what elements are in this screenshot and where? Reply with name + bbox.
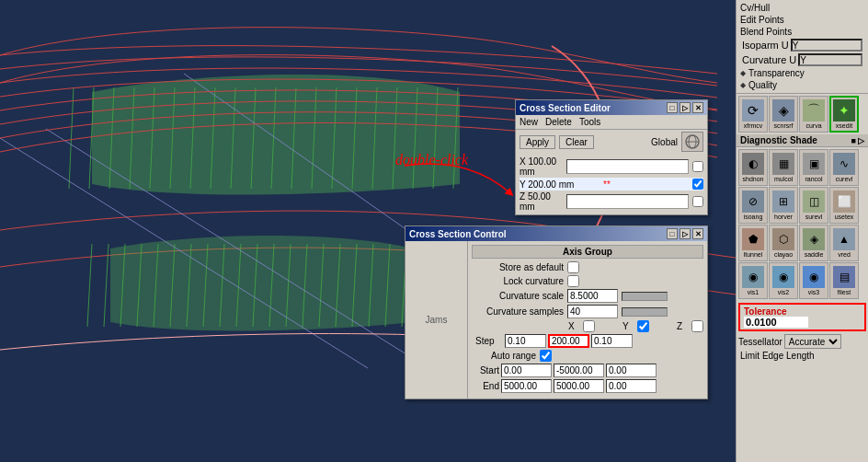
clayao-icon-cell[interactable]: ⬡ clayao xyxy=(769,225,798,261)
csc-store-check[interactable] xyxy=(567,261,579,273)
csc-x-header-check[interactable] xyxy=(583,320,595,332)
csc-start-y-input[interactable] xyxy=(554,364,604,377)
isoang-label: isoang xyxy=(744,214,763,220)
csc-autorange-check[interactable] xyxy=(540,350,552,362)
csc-start-z-input[interactable] xyxy=(606,364,657,377)
csc-start-x-input[interactable] xyxy=(501,364,552,377)
cse-y-check[interactable] xyxy=(692,179,703,190)
transparency-item[interactable]: ◆ Transparency xyxy=(740,67,864,79)
quality-item[interactable]: ◆ Quality xyxy=(740,79,864,91)
isoparm-u-row: Isoparm U xyxy=(740,38,864,52)
vis1-icon-cell[interactable]: ◉ vis1 xyxy=(738,262,768,299)
blend-points-label: Blend Points xyxy=(740,27,792,37)
shdnon-icon-cell[interactable]: ◐ shdnon xyxy=(738,149,768,186)
cse-menu-new[interactable]: New xyxy=(520,117,538,127)
csc-curv-scale-slider[interactable] xyxy=(622,292,668,301)
rancol-icon-cell[interactable]: ▣ rancol xyxy=(799,149,828,186)
tessellator-select[interactable]: Accurate xyxy=(784,334,841,349)
csc-btn-close[interactable]: ✕ xyxy=(692,228,703,239)
csc-body: Jams Axis Group Store as default Lock cu… xyxy=(405,241,707,398)
csc-lock-check[interactable] xyxy=(567,275,579,287)
csc-end-z-input[interactable] xyxy=(606,379,657,393)
blend-points-btn[interactable]: Blend Points xyxy=(740,26,864,38)
csc-start-row: Start xyxy=(472,364,703,377)
cv-hull-label: Cv/Hull xyxy=(740,3,770,13)
xfrmcv-icon-cell[interactable]: ⟳ xfrmcv xyxy=(738,96,768,133)
isoang-icon-cell[interactable]: ⊘ isoang xyxy=(738,187,768,224)
csc-step-x-input[interactable] xyxy=(505,334,546,348)
rancol-icon: ▣ xyxy=(803,153,825,175)
cse-y-row: Y 200.00 mm ** xyxy=(520,178,703,191)
usetex-icon: ⬜ xyxy=(833,191,855,213)
scnrsrf-label: scnrsrf xyxy=(774,122,794,129)
csc-btn-restore[interactable]: ▷ xyxy=(680,228,691,239)
vis2-icon-cell[interactable]: ◉ vis2 xyxy=(769,262,798,299)
shdnon-icon: ◐ xyxy=(742,153,764,175)
quality-diamond: ◆ xyxy=(740,81,746,89)
csc-step-z-input[interactable] xyxy=(591,334,633,348)
vis2-icon: ◉ xyxy=(772,266,794,288)
top-icon-grid: ⟳ xfrmcv ◈ scnrsrf ⌒ curva ✦ xsedit xyxy=(737,94,868,134)
transparency-label: Transparency xyxy=(748,68,805,78)
csc-title: Cross Section Control xyxy=(409,229,507,239)
horver-icon: ⊞ xyxy=(772,191,794,213)
mulcol-icon-cell[interactable]: ▦ mulcol xyxy=(769,149,798,186)
cv-hull-btn[interactable]: Cv/Hull xyxy=(740,2,864,14)
scnrsrf-icon-cell[interactable]: ◈ scnrsrf xyxy=(769,96,798,133)
bottom-icon-grid: ◐ shdnon ▦ mulcol ▣ rancol ∿ curevl ⊘ is… xyxy=(737,147,868,301)
cse-btn-close[interactable]: ✕ xyxy=(692,102,703,113)
xsedit-icon-cell[interactable]: ✦ xsedit xyxy=(829,96,859,133)
csc-end-y-input[interactable] xyxy=(554,379,604,393)
cse-z-input[interactable] xyxy=(566,194,689,209)
cse-menu-delete[interactable]: Delete xyxy=(545,117,572,127)
tolerance-box: Tolerance xyxy=(738,303,866,331)
cse-btn-minimize[interactable]: □ xyxy=(667,102,678,113)
csc-z-header-check[interactable] xyxy=(691,320,703,332)
csc-btn-minimize[interactable]: □ xyxy=(667,228,678,239)
cse-y-asterisk: ** xyxy=(603,179,611,190)
saddle-icon-cell[interactable]: ◈ saddle xyxy=(799,225,828,261)
ltunnel-label: ltunnel xyxy=(744,251,763,258)
isoparm-u-input[interactable] xyxy=(791,39,862,52)
csc-end-x-input[interactable] xyxy=(501,379,552,393)
csc-step-y-input[interactable] xyxy=(548,334,589,348)
ltunnel-icon-cell[interactable]: ⬟ ltunnel xyxy=(738,225,768,261)
cse-x-row: X 100.00 mm xyxy=(520,156,703,178)
cse-btn-restore[interactable]: ▷ xyxy=(680,102,691,113)
tessellator-row: Tessellator Accurate xyxy=(737,333,868,350)
curvature-u-input[interactable] xyxy=(798,53,862,66)
xsedit-icon: ✦ xyxy=(833,99,855,121)
surevl-icon-cell[interactable]: ◫ surevl xyxy=(799,187,828,224)
csc-curv-samples-slider[interactable] xyxy=(622,307,668,317)
usetex-icon-cell[interactable]: ⬜ usetex xyxy=(829,187,859,224)
ds-icon2[interactable]: ▷ xyxy=(858,136,864,145)
cse-z-check[interactable] xyxy=(692,196,703,207)
ds-icon1[interactable]: ■ xyxy=(851,136,856,145)
cse-apply-btn[interactable]: Apply xyxy=(520,135,555,149)
vis3-icon-cell[interactable]: ◉ vis3 xyxy=(799,262,828,299)
ltunnel-icon: ⬟ xyxy=(742,228,764,250)
tessellator-label: Tessellator xyxy=(738,337,782,347)
csc-curv-scale-input[interactable] xyxy=(567,289,618,303)
cse-x-input[interactable] xyxy=(566,159,689,174)
curva-icon-cell[interactable]: ⌒ curva xyxy=(799,96,828,133)
filest-icon-cell[interactable]: ▤ filest xyxy=(829,262,859,299)
curevl-icon-cell[interactable]: ∿ curevl xyxy=(829,149,859,186)
csc-autorange-label: Auto range xyxy=(472,351,536,361)
csc-curv-scale-row: Curvature scale xyxy=(472,289,703,303)
cse-clear-btn[interactable]: Clear xyxy=(559,135,594,149)
vred-icon-cell[interactable]: ▲ vred xyxy=(829,225,859,261)
csc-lock-row: Lock curvature xyxy=(472,275,703,287)
cse-global-icon[interactable] xyxy=(681,132,703,152)
cse-titlebar: Cross Section Editor □ ▷ ✕ xyxy=(516,100,707,115)
tolerance-input[interactable] xyxy=(744,317,808,328)
csc-curv-samples-input[interactable] xyxy=(567,305,618,318)
horver-icon-cell[interactable]: ⊞ horver xyxy=(769,187,798,224)
csc-x-check-area: X xyxy=(568,320,595,332)
csc-y-header-check[interactable] xyxy=(637,320,649,332)
cse-x-check[interactable] xyxy=(692,161,703,172)
edit-points-btn[interactable]: Edit Points xyxy=(740,14,864,26)
cse-menu-tools[interactable]: Tools xyxy=(579,117,600,127)
csc-curv-scale-label: Curvature scale xyxy=(472,291,564,301)
shdnon-label: shdnon xyxy=(743,176,764,182)
